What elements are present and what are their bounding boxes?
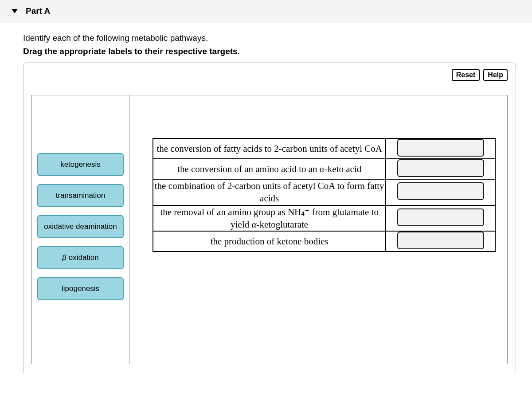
drop-cell (386, 231, 495, 252)
beta-symbol: β (62, 253, 66, 262)
description-cell: the removal of an amino group as NH₄⁺ fr… (153, 205, 386, 232)
drag-label-beta-oxidation[interactable]: β oxidation (37, 246, 124, 269)
instruction-line-1: Identify each of the following metabolic… (23, 33, 516, 43)
top-buttons: Reset Help (452, 69, 508, 81)
table-row: the conversion of an amino acid to an α-… (153, 159, 495, 179)
description-cell: the conversion of an amino acid to an α-… (153, 159, 386, 179)
table-area: the conversion of fatty acids to 2-carbo… (129, 95, 507, 364)
workspace: ketogenesis transamination oxidative dea… (31, 95, 508, 364)
table-row: the production of ketone bodies (153, 231, 495, 252)
drop-cell (386, 179, 495, 205)
activity-frame: Reset Help ketogenesis transamination ox… (23, 63, 516, 373)
drag-label-transamination[interactable]: transamination (37, 184, 124, 207)
drop-slot-1[interactable] (397, 139, 484, 157)
drop-cell (386, 159, 495, 179)
part-title: Part A (26, 6, 50, 16)
drop-cell (386, 205, 495, 232)
description-cell: the combination of 2-carbon units of ace… (153, 179, 386, 205)
match-table: the conversion of fatty acids to 2-carbo… (153, 138, 496, 252)
part-header[interactable]: Part A (0, 0, 532, 23)
drop-slot-2[interactable] (397, 159, 484, 177)
content-area: Identify each of the following metabolic… (0, 23, 532, 373)
instruction-line-2: Drag the appropriate labels to their res… (23, 47, 516, 56)
drag-label-lipogenesis[interactable]: lipogenesis (37, 277, 124, 300)
table-row: the removal of an amino group as NH₄⁺ fr… (153, 205, 495, 232)
drag-label-oxidative-deamination[interactable]: oxidative deamination (37, 215, 124, 238)
description-cell: the production of ketone bodies (153, 231, 386, 252)
reset-button[interactable]: Reset (452, 69, 480, 81)
table-row: the conversion of fatty acids to 2-carbo… (153, 138, 495, 159)
help-button[interactable]: Help (483, 69, 508, 81)
label-bin: ketogenesis transamination oxidative dea… (32, 95, 129, 364)
beta-oxidation-suffix: oxidation (66, 253, 99, 262)
drop-cell (386, 138, 495, 159)
drag-label-ketogenesis[interactable]: ketogenesis (37, 153, 124, 176)
table-row: the combination of 2-carbon units of ace… (153, 179, 495, 205)
caret-down-icon (12, 9, 18, 13)
drop-slot-4[interactable] (397, 208, 484, 226)
drop-slot-3[interactable] (397, 182, 484, 200)
description-cell: the conversion of fatty acids to 2-carbo… (153, 138, 386, 159)
drop-slot-5[interactable] (397, 232, 484, 249)
